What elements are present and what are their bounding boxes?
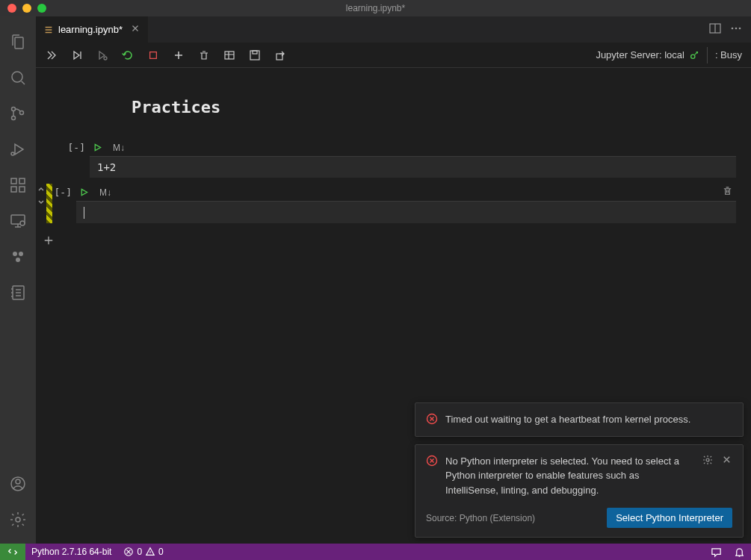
- run-all-icon[interactable]: [45, 49, 58, 62]
- svg-rect-5: [11, 178, 16, 184]
- svg-rect-23: [150, 52, 157, 58]
- svg-rect-8: [19, 178, 25, 184]
- window-controls: [0, 4, 46, 13]
- move-cell-up-icon[interactable]: [37, 185, 45, 194]
- svg-rect-7: [19, 187, 25, 192]
- svg-point-21: [739, 27, 741, 29]
- source-control-icon[interactable]: [0, 96, 36, 131]
- remote-indicator[interactable]: [0, 544, 25, 560]
- cell-execution-prompt: [-]: [66, 139, 90, 153]
- notebook-toolbar: Jupyter Server: local : Busy: [36, 43, 751, 68]
- more-actions-icon[interactable]: [730, 22, 742, 37]
- svg-point-20: [735, 27, 738, 29]
- svg-point-12: [19, 252, 23, 256]
- toolbar-divider: [707, 47, 708, 63]
- svg-point-28: [691, 55, 695, 58]
- extensions-icon[interactable]: [0, 167, 36, 203]
- run-above-icon[interactable]: [70, 49, 84, 62]
- notifications-bell-icon[interactable]: [728, 547, 751, 558]
- variables-icon[interactable]: [223, 49, 236, 62]
- server-label: Jupyter Server: local: [596, 49, 684, 60]
- svg-point-1: [12, 108, 16, 111]
- notification-toast: Timed out waiting to get a heartbeat fro…: [415, 402, 744, 437]
- move-cell-down-icon[interactable]: [37, 199, 45, 208]
- notebook-file-icon: [43, 25, 54, 35]
- maximize-window-button[interactable]: [37, 4, 46, 13]
- warnings-count: 0: [158, 547, 164, 557]
- cell-toolbar: M↓: [90, 139, 736, 157]
- svg-rect-6: [11, 187, 16, 192]
- cell-type-label[interactable]: M↓: [99, 187, 111, 198]
- activity-bar: [0, 16, 36, 544]
- svg-point-10: [20, 221, 25, 225]
- add-cell-icon[interactable]: [172, 49, 185, 62]
- svg-rect-25: [250, 51, 259, 60]
- python-version-status[interactable]: Python 2.7.16 64-bit: [25, 544, 117, 560]
- split-editor-icon[interactable]: [709, 22, 721, 37]
- tab-close-icon[interactable]: [130, 23, 140, 36]
- notification-close-icon[interactable]: [721, 454, 732, 468]
- svg-point-31: [706, 458, 709, 461]
- search-icon[interactable]: [0, 60, 36, 96]
- tab-bar: learning.ipynb*: [36, 16, 751, 43]
- problems-status[interactable]: 0 0: [117, 544, 169, 560]
- run-below-icon[interactable]: [96, 49, 109, 62]
- error-icon: [426, 455, 438, 469]
- svg-point-16: [16, 479, 20, 484]
- notification-toast: No Python interpreter is selected. You n…: [415, 444, 744, 538]
- cell-toolbar: M↓: [76, 184, 736, 202]
- coauthor-icon[interactable]: [0, 239, 36, 275]
- kernel-status[interactable]: : Busy: [715, 49, 742, 60]
- notebook-icon[interactable]: [0, 275, 36, 311]
- svg-point-11: [13, 252, 17, 256]
- svg-point-22: [104, 57, 107, 60]
- svg-rect-24: [225, 52, 234, 59]
- export-icon[interactable]: [273, 49, 287, 62]
- feedback-icon[interactable]: [705, 547, 728, 558]
- jupyter-server-status[interactable]: Jupyter Server: local: [596, 49, 699, 60]
- svg-point-3: [20, 111, 24, 115]
- svg-rect-27: [276, 54, 282, 60]
- remote-explorer-icon[interactable]: [0, 203, 36, 239]
- save-icon[interactable]: [248, 49, 262, 62]
- restart-kernel-icon[interactable]: [121, 49, 135, 62]
- svg-rect-26: [253, 51, 257, 54]
- close-window-button[interactable]: [7, 4, 16, 13]
- cell-code-input[interactable]: 1+2: [90, 157, 736, 178]
- interrupt-kernel-icon[interactable]: [146, 49, 160, 62]
- cell-code-input[interactable]: [76, 202, 736, 223]
- notification-message: No Python interpreter is selected. You n…: [445, 454, 694, 498]
- cell-execution-prompt: [-]: [52, 184, 76, 198]
- svg-point-19: [732, 27, 734, 29]
- tab-label: learning.ipynb*: [58, 24, 123, 35]
- run-debug-icon[interactable]: [0, 131, 36, 167]
- minimize-window-button[interactable]: [22, 4, 31, 13]
- select-interpreter-button[interactable]: Select Python Interpreter: [607, 508, 732, 528]
- server-connected-icon: [689, 50, 699, 60]
- tab-learning-ipynb[interactable]: learning.ipynb*: [36, 16, 148, 43]
- run-cell-icon[interactable]: [79, 187, 89, 197]
- run-cell-icon[interactable]: [93, 143, 102, 152]
- notification-message: Timed out waiting to get a heartbeat fro…: [445, 412, 732, 427]
- text-cursor: [84, 207, 84, 219]
- clear-outputs-icon[interactable]: [197, 49, 211, 62]
- svg-point-2: [12, 116, 16, 120]
- cell-type-label[interactable]: M↓: [113, 143, 125, 153]
- svg-point-0: [12, 72, 22, 82]
- svg-point-4: [11, 152, 14, 155]
- settings-gear-icon[interactable]: [0, 502, 36, 538]
- cell-active-indicator: [46, 184, 52, 223]
- titlebar: learning.ipynb*: [0, 0, 751, 16]
- notification-gear-icon[interactable]: [702, 454, 714, 468]
- notebook-cell: [-] M↓: [36, 184, 751, 223]
- delete-cell-icon[interactable]: [722, 185, 733, 199]
- add-cell-button[interactable]: [43, 234, 751, 249]
- svg-point-13: [16, 258, 20, 262]
- accounts-icon[interactable]: [0, 466, 36, 502]
- svg-point-17: [16, 517, 20, 522]
- notification-source: Source: Python (Extension): [426, 513, 535, 523]
- window-title: learning.ipynb*: [346, 3, 405, 13]
- notebook-cell: [-] M↓ 1+2: [36, 139, 751, 178]
- explorer-icon[interactable]: [0, 24, 36, 60]
- markdown-heading: Practices: [132, 98, 751, 116]
